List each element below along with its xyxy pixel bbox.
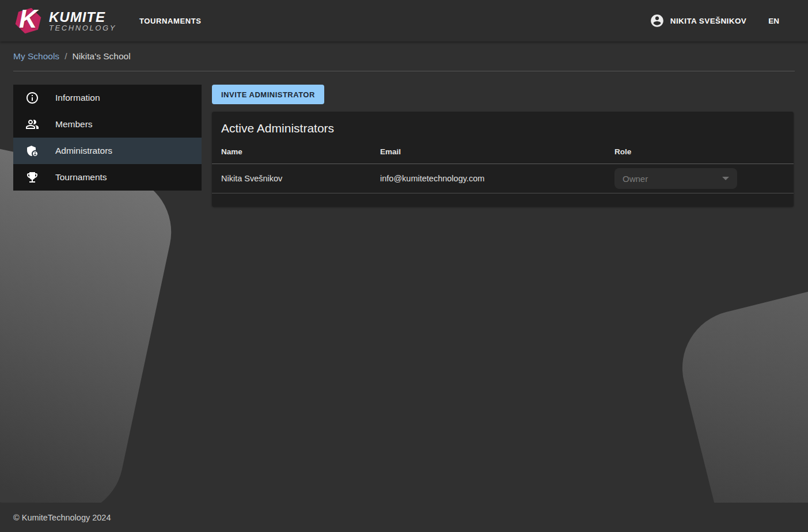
sidebar-item-members[interactable]: Members [13,111,202,138]
brand-title: KUMITE [49,10,116,24]
breadcrumb-my-schools[interactable]: My Schools [13,51,59,62]
admin-role-cell: Owner [605,164,794,193]
breadcrumb-separator: / [65,51,67,62]
table-row: Nikita Svešnikov info@kumitetechnology.c… [212,164,794,193]
sidebar-item-administrators[interactable]: Administrators [13,138,202,164]
page-footer: © KumiteTechnology 2024 [0,503,808,532]
main-panel: INVITE ADMINISTRATOR Active Administrato… [212,85,794,207]
copyright-text: © KumiteTechnology 2024 [13,513,111,522]
nav-link-tournaments[interactable]: TOURNAMENTS [139,17,201,25]
user-name: NIKITA SVEŠNIKOV [670,17,746,25]
sidebar-item-label: Members [55,119,93,130]
sidebar-item-information[interactable]: Information [13,85,202,111]
sidebar-item-label: Tournaments [55,172,107,183]
logo-letter: K [13,4,43,34]
brand-logo-icon: K [13,6,43,36]
content-area: My Schools / Nikita's School Information [0,41,808,503]
administrators-table: Name Email Role Nikita Svešnikov info@ku… [212,143,794,193]
role-select-value: Owner [623,174,648,184]
table-header-row: Name Email Role [212,143,794,164]
info-icon [25,91,39,105]
brand-subtitle: TECHNOLOGY [49,24,116,32]
sidebar-item-label: Information [55,93,100,103]
column-header-role: Role [605,143,794,164]
top-navbar: K KUMITE TECHNOLOGY TOURNAMENTS NIKITA S… [0,0,808,41]
members-icon [25,117,39,131]
role-select[interactable]: Owner [614,168,737,189]
breadcrumb: My Schools / Nikita's School [0,41,808,71]
invite-administrator-button[interactable]: INVITE ADMINISTRATOR [212,85,324,104]
admin-email-cell: info@kumitetechnology.com [371,164,605,193]
sidebar-item-label: Administrators [55,146,112,156]
column-header-name: Name [212,143,371,164]
account-circle-icon [650,13,665,28]
active-administrators-card: Active Administrators Name Email Role Ni… [212,112,794,207]
chevron-down-icon [722,177,729,180]
sidebar-item-tournaments[interactable]: Tournaments [13,164,202,191]
user-menu[interactable]: NIKITA SVEŠNIKOV [650,13,746,28]
admin-shield-icon [25,144,39,158]
trophy-icon [25,170,39,184]
column-header-email: Email [371,143,605,164]
brand-logo[interactable]: K KUMITE TECHNOLOGY [13,6,116,36]
admin-name-cell: Nikita Svešnikov [212,164,371,193]
brand-logo-text: KUMITE TECHNOLOGY [49,10,116,32]
card-title: Active Administrators [212,112,794,143]
language-switcher[interactable]: EN [768,17,779,25]
school-sidebar: Information Members Administrators [13,85,202,191]
breadcrumb-current-school: Nikita's School [72,51,130,62]
